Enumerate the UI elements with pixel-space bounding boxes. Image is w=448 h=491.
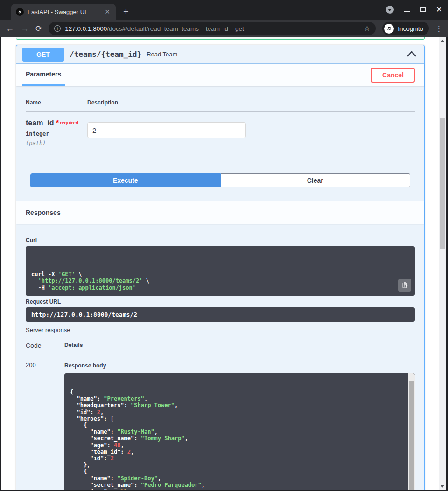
response-table-header: Code Details xyxy=(26,342,415,355)
url-text[interactable]: 127.0.0.1:8000/docs#/default/read_team_t… xyxy=(65,25,360,32)
opblock-get-teams-team-id: GET /teams/{team_id} Read Team Parameter… xyxy=(16,45,425,490)
parameter-name: team_id *required xyxy=(26,118,87,127)
parameter-row-team-id: team_id *required integer (path) xyxy=(26,112,415,146)
chevron-down-icon xyxy=(388,9,392,11)
cancel-button[interactable]: Cancel xyxy=(371,68,415,83)
page-viewport: GET /teams/{team_id} Read Team Parameter… xyxy=(1,37,446,490)
response-body-label: Response body xyxy=(64,362,415,369)
scrollbar-thumb[interactable] xyxy=(409,381,414,490)
tab-close-icon[interactable]: ✕ xyxy=(104,7,111,16)
response-body: { "name": "Preventers", "headquarters": … xyxy=(64,373,415,490)
titlebar: FastAPI - Swagger UI ✕ + ✕ xyxy=(0,0,448,20)
responses-title: Responses xyxy=(26,209,61,216)
server-response-label: Server response xyxy=(26,326,415,333)
status-code: 200 xyxy=(26,361,64,490)
chrome-profile-chevron-button[interactable] xyxy=(386,6,394,14)
team-id-input[interactable] xyxy=(87,122,246,138)
parameter-type: integer xyxy=(26,131,87,137)
tab-parameters[interactable]: Parameters xyxy=(22,64,65,86)
endpoint-summary: Read Team xyxy=(147,51,177,58)
opblock-summary[interactable]: GET /teams/{team_id} Read Team xyxy=(16,45,424,64)
execute-button[interactable]: Execute xyxy=(30,173,221,187)
forward-button: → xyxy=(21,24,29,33)
method-badge: GET xyxy=(22,48,64,62)
address-bar[interactable]: i 127.0.0.1:8000/docs#/default/read_team… xyxy=(49,22,376,35)
site-info-icon[interactable]: i xyxy=(54,25,61,32)
incognito-icon xyxy=(384,24,394,34)
clear-button[interactable]: Clear xyxy=(221,173,411,187)
responses-header: Responses xyxy=(16,201,424,224)
bookmark-star-icon[interactable]: ☆ xyxy=(364,24,370,33)
request-url-label: Request URL xyxy=(26,298,415,305)
execute-wrapper: Execute Clear xyxy=(16,146,424,187)
required-label: required xyxy=(60,120,78,125)
parameters-table: Name Description team_id *required integ… xyxy=(16,86,424,146)
maximize-button[interactable] xyxy=(420,7,426,12)
column-header-details: Details xyxy=(64,342,83,349)
reload-button[interactable]: ⟳ xyxy=(35,25,42,33)
page-scroll-up-icon[interactable] xyxy=(439,37,446,44)
curl-label: Curl xyxy=(26,237,415,243)
incognito-label: Incognito xyxy=(398,25,423,32)
browser-toolbar: ← → ⟳ i 127.0.0.1:8000/docs#/default/rea… xyxy=(0,20,448,37)
curl-command: curl -X 'GET' \ 'http://127.0.0.1:8000/t… xyxy=(26,246,415,296)
minimize-button[interactable] xyxy=(404,11,410,12)
browser-menu-button[interactable]: ⋮ xyxy=(435,25,442,32)
endpoint-path: /teams/{team_id} xyxy=(70,50,141,59)
url-path: /docs#/default/read_team_teams__team_id_… xyxy=(107,25,244,32)
incognito-badge: Incognito xyxy=(382,22,429,35)
column-header-description: Description xyxy=(87,99,415,106)
request-url-value: http://127.0.0.1:8000/teams/2 xyxy=(26,307,415,322)
page-scrollbar[interactable] xyxy=(439,37,446,490)
new-tab-button[interactable]: + xyxy=(123,7,129,16)
response-body-scrollbar[interactable] xyxy=(408,373,415,490)
parameter-location: (path) xyxy=(26,140,87,146)
column-header-name: Name xyxy=(26,99,87,106)
required-star: * xyxy=(56,119,59,127)
collapse-chevron-icon[interactable] xyxy=(407,50,416,59)
page-scrollbar-thumb[interactable] xyxy=(440,118,445,249)
swagger-page: GET /teams/{team_id} Read Team Parameter… xyxy=(1,37,439,490)
url-host: 127.0.0.1:8000 xyxy=(65,25,107,32)
response-row-200: 200 Response body { "name": "Preventers"… xyxy=(26,355,415,490)
parameters-header: Parameters Cancel xyxy=(16,64,424,86)
responses-wrapper: Responses Curl xyxy=(16,201,424,490)
page-scroll-down-icon[interactable] xyxy=(439,483,446,490)
back-button[interactable]: ← xyxy=(6,24,14,33)
fastapi-favicon-icon xyxy=(16,8,24,16)
window-close-button[interactable]: ✕ xyxy=(436,6,442,14)
column-header-code: Code xyxy=(26,342,64,349)
tab-title: FastAPI - Swagger UI xyxy=(28,8,100,15)
browser-tab[interactable]: FastAPI - Swagger UI ✕ xyxy=(11,4,116,20)
previous-opblock-edge xyxy=(16,37,425,40)
browser-window: FastAPI - Swagger UI ✕ + ✕ ← → ⟳ i 127.0… xyxy=(0,0,448,491)
copy-to-clipboard-button[interactable] xyxy=(398,279,411,292)
